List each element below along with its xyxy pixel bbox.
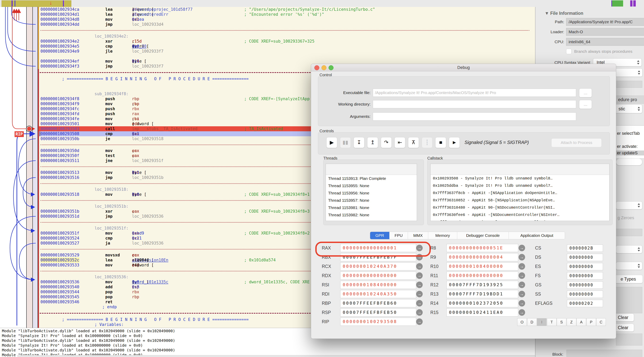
tab-memory[interactable]: Memory (428, 232, 457, 239)
flag-s-button[interactable]: S (557, 318, 566, 326)
goto-address-button[interactable]: → (518, 245, 525, 251)
register-value-field[interactable]: 0000000000000000 (340, 272, 416, 280)
attach-to-process-button[interactable]: Attach to Process (551, 138, 602, 147)
executable-file-input[interactable] (373, 89, 576, 97)
label-line[interactable]: loc_1002934e2: (39, 34, 535, 39)
tab-mmx[interactable]: MMX (408, 232, 428, 239)
working-directory-input[interactable] (373, 100, 576, 108)
goto-address-button[interactable]: → (518, 309, 525, 316)
register-value-field[interactable]: 00000000 (567, 281, 603, 289)
list-item[interactable]: er activate: (616, 144, 644, 149)
inspector-select[interactable] (616, 262, 642, 270)
inspector-select[interactable] (616, 245, 642, 253)
callstack-row[interactable]: 0x7fff3637f8cb - AppKit -[NSApplication … (430, 189, 609, 197)
run-to-procedure-end-button[interactable]: ⊼ (408, 137, 419, 148)
step-out-button[interactable]: ↥ (367, 137, 378, 148)
asm-line[interactable]: 00000001002934efmovbyte [r14], 0x1 (39, 59, 535, 64)
register-value-field[interactable]: 000000010240A350 (340, 290, 416, 298)
zoom-button[interactable] (328, 65, 334, 70)
thread-row[interactable]: Thread 1153981: None (326, 204, 417, 211)
flag-a-button[interactable]: A (576, 318, 586, 326)
flag-o-button[interactable]: O (517, 318, 527, 326)
flag-d-button[interactable]: D (527, 318, 537, 326)
register-value-field[interactable]: 00007FFF7D193925 (446, 281, 518, 289)
tab-application-output[interactable]: Application Output (509, 232, 565, 239)
threads-list[interactable]: Thread 1153913: Plan CompleteThread 1153… (326, 164, 417, 221)
browse-executable-button[interactable]: … (579, 89, 592, 97)
goto-address-button[interactable]: → (518, 281, 525, 288)
goto-address-button[interactable]: → (416, 281, 423, 288)
register-value-field[interactable]: 0000000000000001 (340, 244, 416, 252)
flag-z-button[interactable]: Z (567, 318, 576, 326)
register-value-field[interactable]: 0000000108400000 (446, 262, 518, 270)
asm-line[interactable]: 00000001002934ddjmploc_1002933d4 (39, 22, 535, 27)
thread-row[interactable]: Thread 1153913: Plan Complete (326, 175, 417, 182)
register-value-field[interactable]: 00007FFEEFBFEB7F (340, 253, 416, 261)
register-value-field[interactable]: 00000000 (567, 263, 603, 270)
goto-address-button[interactable]: → (518, 263, 525, 270)
callstack-row[interactable]: 0x7fff3630fee6 - AppKit -[NSDocumentCont… (430, 211, 609, 219)
callstack-list[interactable]: 0x100293508 - Synalyze It! Pro lldb unna… (430, 164, 610, 221)
file-information-header[interactable]: ▼ File Information (545, 11, 584, 16)
register-value-field[interactable]: 000000000000051E (446, 244, 518, 252)
goto-address-button[interactable]: → (518, 272, 525, 279)
tab-debugger-console[interactable]: Debugger Console (457, 232, 509, 239)
stop-button[interactable]: ■ (435, 137, 446, 148)
callstack-row[interactable]: 0x7fff36306d76 - AppKit 97-[NSDocumentCo… (430, 219, 609, 221)
minimize-button[interactable] (322, 65, 326, 70)
step-into-button[interactable]: ↧ (354, 137, 364, 148)
flag-c-button[interactable]: C (596, 318, 606, 326)
goto-address-button[interactable]: → (416, 245, 423, 251)
register-value-field[interactable]: 00007FFF7D19BDD1 (446, 290, 518, 298)
flag-t-button[interactable]: T (547, 318, 556, 326)
asm-line[interactable]: 00000001002934d8movedx, 0x1ea (39, 17, 535, 22)
goto-address-button[interactable]: → (416, 318, 423, 325)
tab-gpr[interactable]: GPR (370, 232, 390, 239)
register-value-field[interactable]: 00000202 (567, 300, 603, 307)
thread-row[interactable]: Thread 1153955: None (326, 182, 417, 189)
thread-row[interactable]: Thread 1153982: None (326, 211, 417, 219)
list-item[interactable]: er updateS (616, 150, 644, 155)
goto-address-button[interactable]: → (416, 291, 423, 297)
callstack-row[interactable]: 0x7fff36310480 - AppKit 90-[NSDocumentCo… (430, 204, 609, 211)
window-titlebar[interactable]: Debug (311, 64, 616, 71)
goto-address-button[interactable]: → (416, 272, 423, 279)
disclosure-triangle-icon[interactable]: ▼ (545, 11, 550, 16)
goto-address-button[interactable]: → (416, 254, 423, 260)
register-value-field[interactable]: 00000000 (567, 291, 603, 298)
register-value-field[interactable]: 0000000102411EA0 (446, 308, 518, 316)
goto-address-button[interactable]: → (518, 300, 525, 306)
browse-working-directory-button[interactable]: … (579, 100, 592, 109)
step-to-next-line-button[interactable]: ⇤ (394, 137, 405, 148)
register-value-field[interactable]: 0000000102372050 (446, 299, 518, 307)
inspector-select[interactable] (616, 201, 642, 209)
goto-address-button[interactable]: → (518, 291, 525, 297)
asm-line[interactable]: 00000001002934e2xorr15d, r15d; CODE XREF… (39, 39, 535, 44)
search-field-fragment[interactable] (616, 159, 642, 165)
pause-button[interactable]: ▮▮ (340, 137, 351, 148)
goto-address-button[interactable]: → (416, 309, 423, 316)
tab-fpu[interactable]: FPU (390, 232, 408, 239)
navigation-minimap-bar[interactable]: ↓ (0, 0, 644, 7)
list-item[interactable]: er selectTab (616, 131, 644, 136)
register-value-field[interactable]: 0000000100293508 (340, 318, 416, 326)
callstack-row[interactable]: 0x10025ddba - Synalyze It! Pro lldb unna… (430, 182, 609, 189)
breakpoint-dot[interactable] (27, 127, 31, 131)
register-value-field[interactable]: 00000000 (567, 254, 603, 261)
flag-i-button[interactable]: I (537, 318, 546, 326)
toggle-breakpoint-button[interactable]: ┆ (422, 137, 432, 148)
register-value-field[interactable]: 00007FFEEFBFEB50 (340, 308, 416, 316)
thread-row[interactable]: Thread 1153956: None (326, 189, 417, 197)
callstack-row[interactable]: 0x100293508 - Synalyze It! Pro lldb unna… (430, 175, 609, 182)
register-value-field[interactable]: 00000000 (567, 272, 603, 279)
continue-button[interactable]: ▶ (326, 137, 337, 148)
asm-line[interactable]: 00000001002934e5cmpdword [rbp+var_20], 0… (39, 44, 535, 49)
method-list[interactable]: er selectTab er activate: er updateS (616, 125, 644, 159)
horizontal-scrollbar[interactable] (17, 355, 535, 357)
callstack-row[interactable]: 0x7fff36310852 - AppKit 58-[NSApplicatio… (430, 197, 609, 204)
close-button[interactable] (314, 65, 319, 70)
arguments-input[interactable] (373, 113, 576, 121)
detach-button[interactable]: ► (449, 137, 460, 148)
goto-address-button[interactable]: → (416, 300, 423, 306)
thread-row[interactable]: Thread 1153957: None (326, 197, 417, 204)
